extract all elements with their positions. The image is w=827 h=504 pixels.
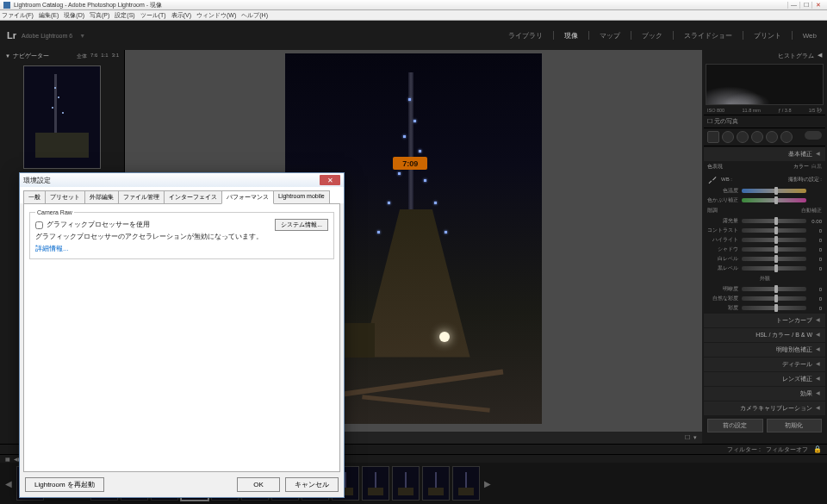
filmstrip-right-arrow[interactable]: ▶	[482, 479, 493, 488]
cancel-button[interactable]: キャンセル	[285, 477, 339, 492]
module-book[interactable]: ブック	[638, 31, 666, 40]
thumb[interactable]	[422, 466, 450, 501]
brush-tool-icon[interactable]	[780, 131, 793, 143]
thumb[interactable]	[392, 466, 420, 501]
crop-tool-icon[interactable]	[707, 131, 719, 143]
dialog-titlebar[interactable]: 環境設定 ✕	[20, 173, 344, 187]
blacks-slider[interactable]	[742, 266, 806, 271]
right-panel: ヒストグラム ◀ ISO 800 11.8 mm ƒ / 3.8 1/5 秒 ☐…	[702, 50, 827, 444]
histogram-meta: ISO 800 11.8 mm ƒ / 3.8 1/5 秒	[704, 107, 825, 115]
minimize-button[interactable]: —	[787, 2, 799, 9]
tab-presets[interactable]: プリセット	[45, 190, 85, 203]
module-web[interactable]: Web	[799, 32, 820, 40]
toolbar-chevron-icon[interactable]: ▾	[693, 434, 697, 441]
zoom-extra[interactable]: 7:6	[90, 53, 97, 60]
zoom-fit[interactable]: 全体	[77, 53, 87, 60]
section-hsl[interactable]: HSL / カラー / B & W◀	[704, 328, 825, 342]
menu-settings[interactable]: 設定(S)	[115, 11, 134, 20]
highlights-slider[interactable]	[742, 238, 806, 242]
ok-button[interactable]: OK	[237, 477, 280, 492]
menu-window[interactable]: ウィンドウ(W)	[196, 11, 236, 20]
module-slideshow[interactable]: スライドショー	[681, 31, 736, 40]
histogram[interactable]	[706, 64, 824, 105]
original-photo-toggle[interactable]: ☐ 元の写真	[704, 115, 825, 128]
dialog-body: Camera Raw システム情報... グラフィックプロセッサーを使用 グラフ…	[23, 203, 340, 472]
zoom-1to1[interactable]: 1:1	[101, 53, 108, 60]
vibrance-slider[interactable]	[742, 296, 806, 301]
contrast-slider[interactable]	[742, 228, 806, 233]
navigator-zoom: 全体 7:6 1:1 3:1	[77, 53, 119, 60]
tint-slider[interactable]	[742, 198, 806, 202]
identity-menu-icon[interactable]: ▼	[79, 33, 85, 39]
navigator-header[interactable]: ナビゲーター 全体 7:6 1:1 3:1	[0, 50, 124, 62]
details-link[interactable]: 詳細情報...	[35, 245, 68, 253]
use-gpu-checkbox[interactable]	[35, 221, 43, 229]
gradient-tool-icon[interactable]	[751, 131, 763, 143]
menu-view[interactable]: 表示(V)	[171, 11, 191, 20]
reset-button[interactable]: 初期化	[767, 419, 823, 432]
use-gpu-label: グラフィックプロセッサーを使用	[47, 221, 150, 229]
previous-settings-button[interactable]: 前の設定	[707, 419, 763, 432]
section-lens[interactable]: レンズ補正◀	[704, 372, 825, 386]
camera-raw-group: Camera Raw システム情報... グラフィックプロセッサーを使用 グラフ…	[29, 209, 334, 259]
histogram-header[interactable]: ヒストグラム ◀	[704, 50, 825, 62]
system-info-button[interactable]: システム情報...	[275, 219, 328, 231]
menu-photo[interactable]: 写真(P)	[90, 11, 109, 20]
navigator-title: ナビゲーター	[5, 52, 49, 60]
filter-off[interactable]: フィルターオフ	[766, 445, 808, 454]
spot-tool-icon[interactable]	[722, 131, 734, 143]
auto-tone-button[interactable]: 自動補正	[801, 207, 822, 215]
menu-edit[interactable]: 編集(E)	[39, 11, 59, 20]
maximize-button[interactable]: ☐	[799, 2, 811, 9]
soft-proof-checkbox[interactable]: ☐	[685, 434, 690, 441]
close-button[interactable]: ✕	[811, 2, 824, 9]
wb-preset[interactable]: 撮影時の設定 :	[788, 176, 822, 184]
module-develop[interactable]: 現像	[561, 31, 581, 40]
tab-external[interactable]: 外部編集	[84, 190, 119, 203]
thumb[interactable]	[452, 466, 480, 501]
grid-icon[interactable]: ▦	[5, 456, 10, 462]
navigator-preview[interactable]	[23, 65, 101, 169]
exposure-slider[interactable]	[742, 219, 806, 223]
histogram-title: ヒストグラム	[778, 52, 814, 60]
lr-brand: Adobe Lightroom 6	[22, 33, 72, 39]
panel-switch[interactable]	[805, 131, 822, 140]
lr-logo: Lr	[7, 30, 16, 40]
zoom-3to1[interactable]: 3:1	[112, 53, 119, 60]
shadows-slider[interactable]	[742, 247, 806, 252]
window-controls: — ☐ ✕	[787, 2, 824, 9]
filter-lock-icon[interactable]: 🔒	[813, 445, 822, 453]
menu-help[interactable]: ヘルプ(H)	[241, 11, 268, 20]
restart-button[interactable]: Lightroom を再起動	[25, 477, 104, 492]
dialog-close-button[interactable]: ✕	[320, 175, 340, 185]
tab-filehandling[interactable]: ファイル管理	[118, 190, 165, 203]
module-library[interactable]: ライブラリ	[505, 31, 546, 40]
menu-tools[interactable]: ツール(T)	[140, 11, 166, 20]
tab-interface[interactable]: インターフェイス	[164, 190, 222, 203]
basic-panel-header[interactable]: 基本補正◀	[704, 147, 825, 161]
tab-mobile[interactable]: Lightroom mobile	[273, 190, 330, 203]
saturation-slider[interactable]	[742, 306, 806, 310]
treatment-color[interactable]: カラー	[793, 164, 809, 169]
section-detail[interactable]: ディテール◀	[704, 358, 825, 371]
thumb[interactable]	[362, 466, 389, 501]
wb-eyedropper-icon[interactable]	[707, 174, 718, 184]
redeye-tool-icon[interactable]	[737, 131, 749, 143]
temp-slider[interactable]	[742, 189, 806, 193]
menu-file[interactable]: ファイル(F)	[2, 11, 34, 20]
treatment-bw[interactable]: 白黒	[811, 164, 822, 169]
whites-slider[interactable]	[742, 257, 806, 261]
clarity-slider[interactable]	[742, 287, 806, 291]
section-effects[interactable]: 効果◀	[704, 387, 825, 401]
tab-performance[interactable]: パフォーマンス	[221, 190, 274, 204]
tab-general[interactable]: 一般	[23, 190, 46, 203]
radial-tool-icon[interactable]	[766, 131, 778, 143]
module-map[interactable]: マップ	[596, 31, 624, 40]
filmstrip-left-arrow[interactable]: ◀	[3, 479, 14, 488]
section-split[interactable]: 明暗別色補正◀	[704, 343, 825, 357]
section-tonecurve[interactable]: トーンカーブ◀	[704, 314, 825, 327]
module-print[interactable]: プリント	[750, 31, 785, 40]
menu-develop[interactable]: 現像(D)	[64, 11, 84, 20]
section-calibration[interactable]: カメラキャリブレーション◀	[704, 401, 825, 415]
photo-clock-readout: 7:09	[393, 157, 427, 170]
